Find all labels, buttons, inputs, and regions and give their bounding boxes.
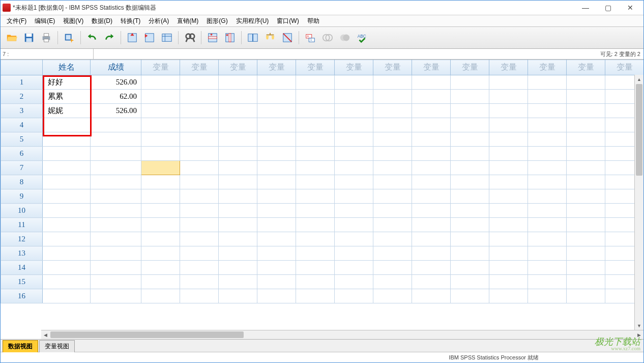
cell-empty[interactable] [528,118,567,132]
cell-empty[interactable] [219,289,257,303]
menu-data[interactable]: 数据(D) [87,16,116,26]
cell-empty[interactable] [180,289,219,303]
cell-empty[interactable] [335,147,373,161]
cell-empty[interactable] [257,289,296,303]
cell-empty[interactable] [335,104,373,118]
cell-empty[interactable] [528,289,567,303]
minimize-button[interactable]: — [574,1,597,15]
cell-empty[interactable] [412,189,451,204]
cell-empty[interactable] [412,204,451,218]
cell-empty[interactable] [141,175,180,189]
cell-empty[interactable] [141,90,180,104]
horizontal-scroll-thumb[interactable] [50,331,244,338]
cell-empty[interactable] [412,90,451,104]
table-row[interactable]: 15 [1,275,644,289]
cell-empty[interactable] [296,75,335,90]
cell-empty[interactable] [296,289,335,303]
cell-empty[interactable] [141,104,180,118]
cell-empty[interactable] [373,261,412,275]
cell-empty[interactable] [373,218,412,232]
cell-empty[interactable] [528,232,567,246]
cell-empty[interactable] [219,118,257,132]
cell-empty[interactable] [141,161,180,175]
data-grid[interactable]: 姓名 成绩 变量 变量 变量 变量 变量 变量 变量 变量 变量 变量 变量 变… [1,60,643,303]
cell-empty[interactable] [180,75,219,90]
cell-empty[interactable] [528,204,567,218]
cell-score[interactable] [91,118,141,132]
menu-help[interactable]: 帮助 [303,16,324,26]
cell-empty[interactable] [567,189,605,204]
cell-empty[interactable] [296,90,335,104]
cell-empty[interactable] [219,261,257,275]
cell-empty[interactable] [567,275,605,289]
column-header-name[interactable]: 姓名 [43,60,91,75]
undo-button[interactable] [84,30,100,46]
column-header-score[interactable]: 成绩 [91,60,141,75]
table-row[interactable]: 11 [1,218,644,232]
menu-graphs[interactable]: 图形(G) [202,16,231,26]
cell-empty[interactable] [296,104,335,118]
cell-empty[interactable] [219,218,257,232]
goto-variable-button[interactable] [141,30,158,46]
row-header[interactable]: 4 [1,118,43,132]
cell-empty[interactable] [335,189,373,204]
cell-empty[interactable] [489,289,528,303]
cell-empty[interactable] [257,104,296,118]
cell-empty[interactable] [335,218,373,232]
cell-empty[interactable] [296,232,335,246]
cell-empty[interactable] [567,147,605,161]
table-row[interactable]: 7 [1,161,644,175]
cell-empty[interactable] [373,147,412,161]
cell-name[interactable] [43,118,91,132]
cell-empty[interactable] [335,132,373,147]
cell-empty[interactable] [489,118,528,132]
menu-transform[interactable]: 转换(T) [116,16,144,26]
cell-empty[interactable] [335,289,373,303]
cell-empty[interactable] [296,147,335,161]
table-row[interactable]: 2累累62.00 [1,90,644,104]
row-header[interactable]: 1 [1,75,43,90]
cell-empty[interactable] [528,189,567,204]
cell-empty[interactable] [412,232,451,246]
cell-empty[interactable] [296,246,335,261]
cell-name[interactable] [43,161,91,175]
cell-score[interactable] [91,261,141,275]
cell-empty[interactable] [412,161,451,175]
cell-empty[interactable] [141,204,180,218]
cell-empty[interactable] [451,246,489,261]
row-header[interactable]: 16 [1,289,43,303]
cell-empty[interactable] [373,132,412,147]
cell-empty[interactable] [257,275,296,289]
cell-empty[interactable] [567,132,605,147]
table-row[interactable]: 5 [1,132,644,147]
cell-empty[interactable] [567,118,605,132]
close-button[interactable]: ✕ [619,1,641,15]
cell-empty[interactable] [567,175,605,189]
cell-score[interactable]: 526.00 [91,104,141,118]
cell-empty[interactable] [141,147,180,161]
row-header[interactable]: 12 [1,232,43,246]
cell-empty[interactable] [141,132,180,147]
cell-empty[interactable] [412,175,451,189]
cell-empty[interactable] [451,218,489,232]
row-header[interactable]: 5 [1,132,43,147]
table-row[interactable]: 12 [1,232,644,246]
cell-empty[interactable] [451,261,489,275]
row-header[interactable]: 13 [1,246,43,261]
cell-empty[interactable] [180,232,219,246]
cell-empty[interactable] [373,175,412,189]
column-header-empty[interactable]: 变量 [528,60,567,75]
cell-empty[interactable] [489,175,528,189]
cell-empty[interactable] [567,75,605,90]
cell-score[interactable] [91,275,141,289]
cell-empty[interactable] [335,232,373,246]
column-header-empty[interactable]: 变量 [335,60,373,75]
cell-empty[interactable] [335,246,373,261]
column-header-empty[interactable]: 变量 [180,60,219,75]
cell-name[interactable] [43,261,91,275]
cell-score[interactable] [91,204,141,218]
cell-empty[interactable] [489,261,528,275]
corner-cell[interactable] [1,60,43,75]
scroll-down-arrow[interactable]: ▼ [635,321,643,330]
cell-empty[interactable] [528,261,567,275]
